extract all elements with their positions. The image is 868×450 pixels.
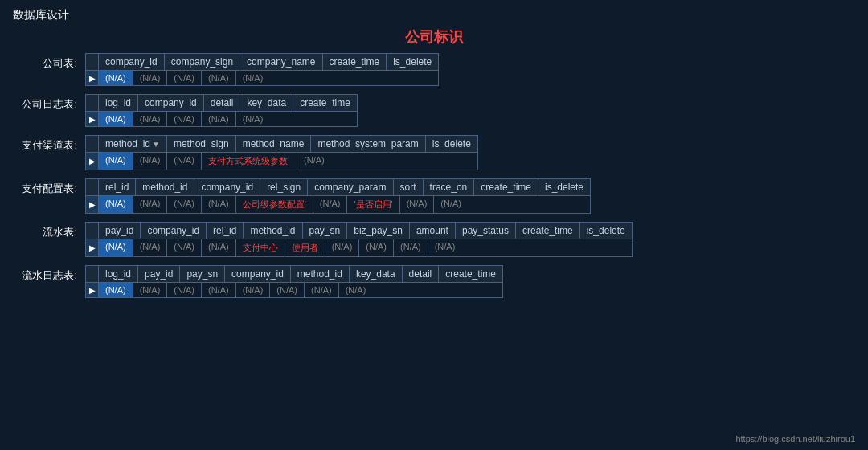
header-col-3-2: company_id [194, 179, 260, 195]
header-col-4-1: company_id [141, 223, 207, 239]
header-col-1-4: create_time [293, 95, 357, 111]
header-col-2-4: is_delete [426, 136, 477, 152]
data-col-2-1: (N/A) [133, 153, 168, 170]
data-col-4-1: (N/A) [133, 239, 168, 256]
header-col-4-2: rel_id [207, 223, 244, 239]
header-col-0-4: is_delete [387, 54, 438, 70]
data-col-5-7: (N/A) [339, 283, 373, 297]
header-col-4-5: biz_pay_sn [347, 223, 410, 239]
data-col-4-2: (N/A) [167, 239, 202, 256]
arrow-col-4: ▶ [86, 239, 99, 256]
data-col-1-2: (N/A) [167, 112, 202, 126]
data-col-1-0: (N/A) [99, 112, 133, 126]
data-col-3-4: 公司级参数配置' [236, 196, 313, 213]
data-col-2-3: 支付方式系统级参数, [202, 153, 297, 170]
header-col-4-8: create_time [516, 223, 580, 239]
header-col-3-6: trace_on [424, 179, 475, 195]
data-col-5-2: (N/A) [167, 283, 202, 297]
table-label-1: 公司日志表: [13, 94, 85, 112]
header-col-5-6: detail [403, 266, 440, 282]
table-label-2: 支付渠道表: [13, 135, 85, 153]
data-col-2-4: (N/A) [297, 153, 331, 170]
data-col-5-4: (N/A) [236, 283, 271, 297]
arrow-col-2: ▶ [86, 153, 99, 170]
data-col-1-3: (N/A) [202, 112, 236, 126]
data-col-3-5: (N/A) [313, 196, 348, 213]
data-col-5-1: (N/A) [133, 283, 168, 297]
header-col-1-0: log_id [99, 95, 138, 111]
table-row-0: 公司表:company_idcompany_signcompany_namecr… [13, 53, 855, 86]
arrow-col-0: ▶ [86, 71, 99, 85]
header-col-1-1: company_id [138, 95, 204, 111]
header-col-4-9: is_delete [580, 223, 632, 239]
data-col-4-0: (N/A) [99, 239, 133, 256]
header-col-2-2: method_name [236, 136, 312, 152]
data-col-0-4: (N/A) [236, 71, 270, 85]
db-table-5: log_idpay_idpay_sncompany_idmethod_idkey… [85, 265, 503, 298]
header-col-4-7: pay_status [456, 223, 516, 239]
arrow-col-3: ▶ [86, 196, 99, 213]
header-col-5-4: method_id [291, 266, 350, 282]
header-col-5-7: create_time [439, 266, 502, 282]
data-col-4-4: 支付中心 [236, 239, 285, 256]
header-col-3-4: company_param [308, 179, 393, 195]
data-col-1-4: (N/A) [236, 112, 270, 126]
data-col-2-0: (N/A) [99, 153, 133, 170]
table-row-4: 流水表:pay_idcompany_idrel_idmethod_idpay_s… [13, 222, 855, 257]
data-col-3-0: (N/A) [99, 196, 133, 213]
data-col-5-5: (N/A) [270, 283, 305, 297]
header-col-5-1: pay_id [138, 266, 180, 282]
table-label-3: 支付配置表: [13, 178, 85, 196]
data-col-3-3: (N/A) [202, 196, 236, 213]
db-table-4: pay_idcompany_idrel_idmethod_idpay_snbiz… [85, 222, 633, 257]
header-col-2-0: method_id ▼ [99, 136, 167, 152]
header-col-3-1: method_id [136, 179, 194, 195]
table-row-5: 流水日志表:log_idpay_idpay_sncompany_idmethod… [13, 265, 855, 298]
center-title: 公司标识 [13, 27, 855, 47]
data-col-4-5: 使用者 [285, 239, 326, 256]
header-col-4-4: pay_sn [303, 223, 348, 239]
footer-url: https://blog.csdn.net/liuzhirou1 [735, 434, 855, 444]
header-col-5-3: company_id [225, 266, 291, 282]
header-col-0-0: company_id [99, 54, 165, 70]
header-col-3-0: rel_id [99, 179, 136, 195]
table-label-5: 流水日志表: [13, 265, 85, 283]
data-col-5-3: (N/A) [202, 283, 236, 297]
data-col-3-8: (N/A) [434, 196, 468, 213]
data-col-0-3: (N/A) [202, 71, 236, 85]
data-col-3-7: (N/A) [400, 196, 435, 213]
data-col-4-8: (N/A) [394, 239, 428, 256]
data-col-4-6: (N/A) [326, 239, 360, 256]
data-col-1-1: (N/A) [133, 112, 168, 126]
header-col-0-2: company_name [240, 54, 322, 70]
header-col-4-3: method_id [244, 223, 302, 239]
table-row-1: 公司日志表:log_idcompany_iddetailkey_datacrea… [13, 94, 855, 127]
data-col-2-2: (N/A) [167, 153, 202, 170]
arrow-col-5: ▶ [86, 283, 99, 297]
header-col-4-6: amount [410, 223, 456, 239]
data-col-3-1: (N/A) [133, 196, 168, 213]
header-col-4-0: pay_id [99, 223, 141, 239]
header-col-5-5: key_data [350, 266, 403, 282]
header-col-3-7: create_time [474, 179, 538, 195]
header-col-1-2: detail [204, 95, 241, 111]
data-col-0-1: (N/A) [133, 71, 168, 85]
data-col-4-9: (N/A) [428, 239, 462, 256]
table-row-2: 支付渠道表:method_id ▼method_signmethod_namem… [13, 135, 855, 170]
header-col-3-8: is_delete [538, 179, 590, 195]
table-row-3: 支付配置表:rel_idmethod_idcompany_idrel_signc… [13, 178, 855, 214]
data-col-3-2: (N/A) [167, 196, 202, 213]
header-col-0-3: create_time [323, 54, 387, 70]
db-table-0: company_idcompany_signcompany_namecreate… [85, 53, 439, 86]
header-col-3-3: rel_sign [260, 179, 308, 195]
data-col-4-3: (N/A) [202, 239, 236, 256]
data-col-0-2: (N/A) [167, 71, 202, 85]
data-col-3-6: '是否启用' [347, 196, 399, 213]
table-label-0: 公司表: [13, 53, 85, 71]
db-table-2: method_id ▼method_signmethod_namemethod_… [85, 135, 478, 170]
arrow-col-1: ▶ [86, 112, 99, 126]
data-col-5-6: (N/A) [305, 283, 339, 297]
header-col-3-5: sort [394, 179, 424, 195]
db-table-1: log_idcompany_iddetailkey_datacreate_tim… [85, 94, 358, 127]
table-label-4: 流水表: [13, 222, 85, 239]
